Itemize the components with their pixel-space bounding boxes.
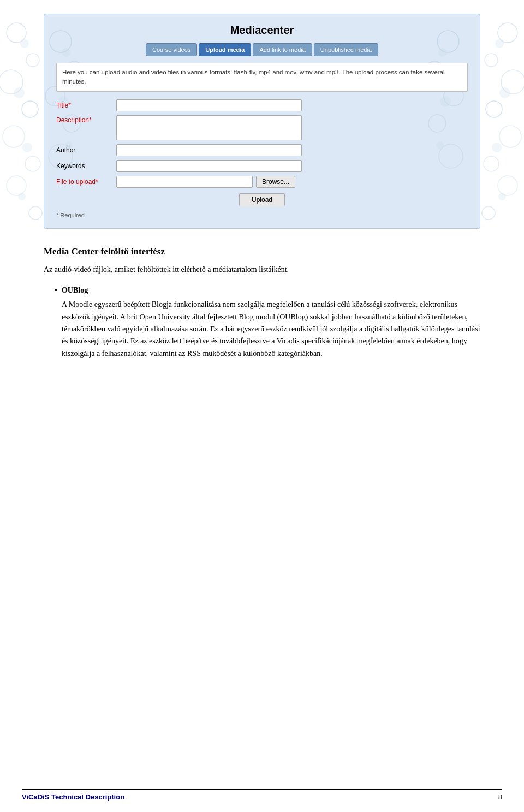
tab-upload-media[interactable]: Upload media (199, 43, 251, 56)
bullet-content: OUBlog A Moodle egyszerű beépített Blogj… (62, 285, 480, 360)
page-footer: ViCaDiS Technical Description 8 (22, 789, 502, 801)
tab-bar: Course videos Upload media Add link to m… (56, 43, 468, 56)
info-box: Here you can upload audio and video file… (56, 63, 468, 92)
form-row-file: File to upload* Browse... (56, 176, 468, 188)
bullet-text-oublog: A Moodle egyszerű beépített Blogja funkc… (62, 299, 480, 360)
tab-unpublished[interactable]: Unpublished media (314, 43, 378, 56)
input-author[interactable] (116, 144, 302, 156)
label-description: Description* (56, 115, 116, 124)
mediacenter-container: Mediacenter Course videos Upload media A… (44, 14, 480, 229)
bullet-title-oublog: OUBlog (62, 285, 480, 297)
input-keywords[interactable] (116, 160, 302, 172)
footer-left: ViCaDiS Technical Description (22, 793, 124, 801)
section-heading: Media Center feltöltő interfész (44, 246, 480, 257)
footer-page-number: 8 (498, 793, 502, 801)
input-description[interactable] (116, 115, 302, 140)
bullet-list: • OUBlog A Moodle egyszerű beépített Blo… (55, 285, 480, 360)
upload-button-row: Upload (56, 193, 468, 206)
upload-button[interactable]: Upload (239, 193, 285, 206)
form-row-author: Author (56, 144, 468, 156)
form-row-keywords: Keywords (56, 160, 468, 172)
label-keywords: Keywords (56, 162, 116, 170)
mediacenter-title: Mediacenter (56, 24, 468, 37)
bullet-item-oublog: • OUBlog A Moodle egyszerű beépített Blo… (55, 285, 480, 360)
form-row-title: Title* (56, 99, 468, 111)
browse-button[interactable]: Browse... (256, 176, 295, 188)
form-row-description: Description* (56, 115, 468, 140)
paragraph-1: Az audió-videó fájlok, amiket feltöltött… (44, 264, 480, 276)
label-title: Title* (56, 102, 116, 109)
input-file[interactable] (116, 176, 253, 188)
required-note: * Required (56, 212, 468, 218)
upload-form: Title* Description* Author (56, 99, 468, 218)
label-file: File to upload* (56, 178, 116, 186)
input-title[interactable] (116, 99, 302, 111)
tab-course-videos[interactable]: Course videos (146, 43, 197, 56)
tab-add-link[interactable]: Add link to media (253, 43, 312, 56)
bullet-dot: • (55, 285, 57, 360)
label-author: Author (56, 146, 116, 154)
